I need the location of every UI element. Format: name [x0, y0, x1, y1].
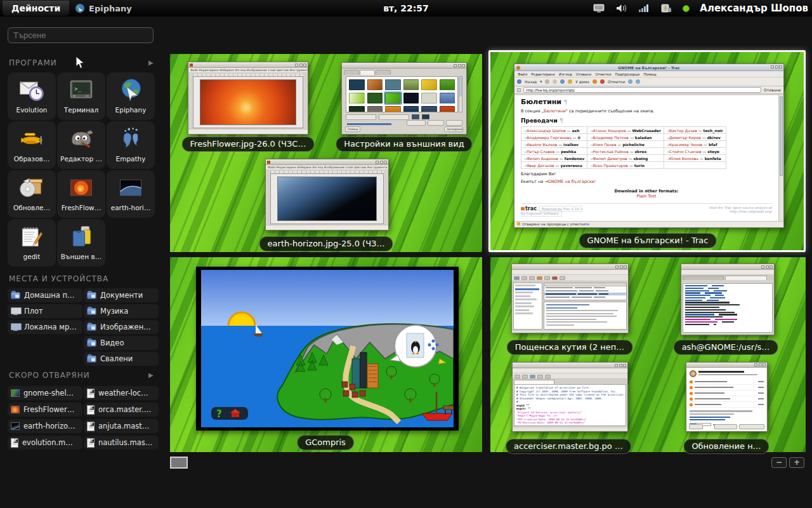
forward-icon: [545, 79, 549, 84]
place-documents[interactable]: Документи: [84, 288, 159, 302]
app-tile-gcompris[interactable]: Образов…: [8, 121, 56, 169]
wallpaper-thumbnail[interactable]: [403, 93, 419, 104]
place-home[interactable]: Домашна п…: [8, 288, 82, 302]
window-thumbnail-appearance[interactable]: Помощ Затваряне: [341, 62, 467, 135]
window-thumbnail-terminal[interactable]: [681, 264, 775, 335]
updates-icon: [690, 370, 697, 377]
wallpaper-thumbnail[interactable]: [367, 79, 383, 90]
app-tile-freshflower-image[interactable]: FreshFlow…: [57, 170, 105, 218]
go-label: Отиване: [764, 88, 781, 92]
color-swatch-1[interactable]: [412, 114, 419, 119]
help-button[interactable]: Помощ: [345, 126, 360, 132]
app-tile-terminal[interactable]: >_ Терминал: [57, 72, 105, 120]
wallpaper-thumbnail[interactable]: [385, 106, 401, 112]
window-thumbnail-trac-browser[interactable]: GNOME на български! - Trac ФайлРедактира…: [514, 64, 784, 228]
window-caption-trac: GNOME на български! - Trac: [579, 233, 717, 248]
workspace-2-selected[interactable]: GNOME на български! - Trac ФайлРедактира…: [488, 50, 806, 252]
network-signal-icon[interactable]: [638, 3, 650, 13]
wallpaper-thumbnail[interactable]: [367, 93, 383, 104]
workspace-1[interactable]: Файл Редактиране Избиране Изглед Изображ…: [170, 54, 482, 252]
workspace-zoom-in-button[interactable]: +: [789, 457, 804, 468]
recent-item[interactable]: weather-loc…: [84, 386, 159, 400]
workspace-zoom-out-button[interactable]: −: [771, 457, 787, 468]
wallpaper-thumbnail[interactable]: [440, 106, 455, 112]
zoom-out-icon: [636, 79, 640, 84]
wallpaper-thumbnail[interactable]: [349, 93, 365, 104]
recent-item[interactable]: nautilus.mas…: [84, 436, 159, 450]
window-caption-freshflower: FreshFlower.jpg-26.0 (ЧЗС…: [182, 137, 315, 152]
programs-pager-arrow[interactable]: ▶: [148, 59, 154, 66]
wallpaper-thumbnail[interactable]: [403, 106, 419, 112]
search-input[interactable]: [8, 27, 154, 43]
recent-item[interactable]: gnome-shel…: [8, 386, 82, 400]
browser-window-icon: [516, 66, 520, 70]
power-battery-icon[interactable]: [660, 3, 672, 14]
window-caption-gedit: accerciser.master.bg.po …: [506, 439, 631, 454]
wallpaper-thumbnail[interactable]: [421, 106, 437, 112]
app-tile-epiphany[interactable]: Epiphany: [107, 72, 155, 120]
wallpaper-thumbnail[interactable]: [349, 106, 365, 112]
gimp-icon: [67, 125, 95, 153]
wallpaper-thumbnail[interactable]: [349, 79, 365, 90]
app-tile-gedit[interactable]: gedit: [8, 219, 56, 267]
user-menu[interactable]: Александър Шопов: [700, 3, 808, 14]
workspace-3[interactable]: ? GCompris: [170, 257, 482, 452]
freshflower-image: [200, 79, 296, 125]
display-settings-icon[interactable]: [593, 3, 605, 13]
recent-pager-arrow[interactable]: ▶: [148, 371, 154, 378]
window-thumbnail-update-manager[interactable]: [686, 362, 768, 432]
recent-item[interactable]: FreshFlower…: [8, 403, 82, 417]
place-music[interactable]: Музика: [84, 304, 159, 318]
code-line: "Last-Translator: Alexander Shopov <ash@…: [516, 425, 624, 426]
window-thumbnail-gimp-freshflower[interactable]: Файл Редактиране Избиране Изглед Изображ…: [188, 62, 308, 135]
wallpaper-scrollbar[interactable]: [459, 76, 462, 112]
app-tile-evolution[interactable]: Evolution: [8, 72, 56, 120]
app-tile-earth-image[interactable]: earth-hori…: [107, 170, 155, 218]
wallpaper-thumbnail[interactable]: [421, 93, 437, 104]
wallpaper-thumbnail[interactable]: [440, 93, 455, 104]
translator-row: →Явор Доганов — yavorescu →Ясен Праматар…: [521, 162, 726, 169]
wallpaper-thumbnail[interactable]: [403, 79, 419, 90]
terminal-output: [683, 283, 773, 333]
app-tile-empathy[interactable]: Empathy: [107, 121, 155, 169]
recent-item[interactable]: earth-horizo…: [8, 419, 82, 433]
text-document-icon: [87, 422, 95, 431]
window-thumbnail-gimp-earth[interactable]: Файл Редактиране Избиране Изглед Изображ…: [265, 159, 389, 231]
close-button[interactable]: Затваряне: [444, 126, 463, 132]
restore-button[interactable]: [407, 120, 426, 126]
wallpaper-thumbnail[interactable]: [421, 79, 437, 90]
style-dropdown[interactable]: [346, 114, 376, 120]
workspace-4[interactable]: Пощенска кутия (2 неп…: [490, 257, 806, 452]
color-swatch-2[interactable]: [422, 114, 429, 119]
window-thumbnail-evolution[interactable]: [511, 264, 629, 333]
wallpaper-thumbnail[interactable]: [367, 106, 383, 112]
recent-item[interactable]: orca.master.…: [84, 403, 159, 417]
colors-dropdown[interactable]: [379, 114, 409, 120]
window-thumbnail-gedit[interactable]: # Bulgarian translation of accerciser po…: [512, 362, 628, 432]
wallpaper-thumbnail[interactable]: [385, 79, 401, 90]
volume-icon[interactable]: [615, 3, 628, 13]
place-downloads[interactable]: Свалени: [84, 352, 159, 366]
workspace-drag-handle[interactable]: [170, 457, 188, 469]
recent-item[interactable]: anjuta.mast…: [84, 419, 159, 433]
mouse-cursor: [75, 56, 85, 69]
place-pictures[interactable]: Изображен…: [84, 320, 159, 334]
app-tile-gimp[interactable]: Редактор …: [57, 121, 105, 169]
place-desktop[interactable]: Плот: [8, 304, 82, 318]
wallpaper-thumbnail[interactable]: [440, 79, 455, 90]
recent-item[interactable]: evolution.m…: [8, 436, 82, 450]
wallpaper-thumbnail[interactable]: [385, 93, 401, 104]
app-tile-appearance[interactable]: Външен в…: [57, 219, 105, 267]
place-local-network[interactable]: Локална мр…: [8, 320, 82, 334]
evolution-icon: [18, 76, 46, 104]
place-videos[interactable]: Видео: [84, 336, 159, 350]
network-places-icon: [11, 323, 20, 331]
earth-thumbnail-icon: [117, 174, 145, 202]
get-more-backgrounds-link[interactable]: [347, 123, 391, 125]
window-thumbnail-gcompris[interactable]: ?: [196, 267, 459, 431]
add-button[interactable]: [446, 120, 462, 126]
gcompris-scene: ?: [201, 270, 454, 427]
recent-section-title: СКОРО ОТВАРЯНИ: [9, 371, 90, 380]
remove-button[interactable]: [428, 120, 444, 126]
app-tile-software-update[interactable]: Обновле…: [8, 170, 56, 218]
